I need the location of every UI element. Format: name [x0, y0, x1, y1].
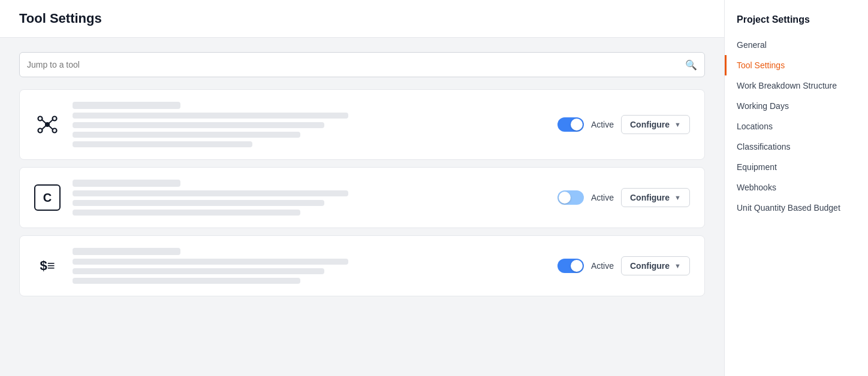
sidebar-item-label: Work Breakdown Structure — [737, 81, 837, 90]
skeleton — [73, 113, 348, 119]
skeleton — [73, 190, 348, 196]
skeleton — [73, 268, 324, 274]
search-icon: 🔍 — [685, 59, 697, 71]
tool-icon-cube: C — [34, 184, 61, 211]
tool-actions-2: Active Configure ▼ — [557, 188, 690, 207]
content-area: 🔍 — [0, 38, 724, 318]
svg-line-5 — [42, 120, 46, 124]
page-title: Tool Settings — [19, 11, 705, 26]
chevron-down-icon: ▼ — [674, 121, 681, 128]
sidebar-title: Project Settings — [725, 14, 868, 35]
sidebar-item-wbs[interactable]: Work Breakdown Structure — [725, 75, 868, 96]
tool-info-2 — [73, 180, 545, 216]
search-input[interactable] — [27, 60, 685, 69]
sidebar-item-label: Equipment — [737, 162, 777, 172]
sidebar-item-webhooks[interactable]: Webhooks — [725, 177, 868, 198]
tool-actions-3: Active Configure ▼ — [557, 256, 690, 275]
active-label-3: Active — [591, 261, 614, 271]
sidebar-item-label: Working Days — [737, 101, 789, 111]
sidebar-item-label: Unit Quantity Based Budget — [737, 203, 840, 213]
tool-icon-network — [34, 111, 61, 138]
tool-info-3 — [73, 248, 545, 284]
tool-info-1 — [73, 102, 545, 147]
svg-line-7 — [42, 126, 46, 130]
skeleton — [73, 122, 324, 128]
tool-card: $≡ Active Configure ▼ — [19, 235, 705, 296]
sidebar-item-classifications[interactable]: Classifications — [725, 137, 868, 157]
sidebar-item-label: Locations — [737, 122, 773, 131]
active-label-2: Active — [591, 193, 614, 202]
skeleton — [73, 102, 180, 109]
toggle-1[interactable] — [557, 117, 584, 132]
skeleton — [73, 141, 252, 147]
sidebar-item-label: General — [737, 40, 767, 50]
tool-actions-1: Active Configure ▼ — [557, 115, 690, 134]
skeleton — [73, 200, 324, 206]
svg-line-6 — [49, 120, 53, 124]
sidebar-item-general[interactable]: General — [725, 35, 868, 55]
sidebar-item-tool-settings[interactable]: Tool Settings — [725, 55, 868, 75]
sidebar-item-locations[interactable]: Locations — [725, 116, 868, 137]
search-bar: 🔍 — [19, 52, 705, 77]
tool-card: C Active Configure ▼ — [19, 167, 705, 228]
skeleton — [73, 248, 180, 255]
skeleton — [73, 278, 300, 284]
sidebar-item-equipment[interactable]: Equipment — [725, 157, 868, 177]
skeleton — [73, 180, 180, 187]
skeleton — [73, 132, 300, 138]
sidebar-item-label: Classifications — [737, 142, 790, 151]
tool-icon-dollar: $≡ — [34, 253, 61, 279]
svg-line-8 — [49, 126, 53, 130]
toggle-3[interactable] — [557, 259, 584, 273]
skeleton — [73, 210, 300, 216]
configure-button-1[interactable]: Configure ▼ — [621, 115, 690, 134]
active-label-1: Active — [591, 120, 614, 129]
chevron-down-icon: ▼ — [674, 194, 681, 201]
sidebar-item-label: Webhooks — [737, 183, 776, 192]
sidebar: Project Settings General Tool Settings W… — [724, 0, 868, 376]
configure-button-3[interactable]: Configure ▼ — [621, 256, 690, 275]
page-header: Tool Settings — [0, 0, 724, 38]
sidebar-item-label: Tool Settings — [737, 60, 785, 70]
toggle-2[interactable] — [557, 190, 584, 205]
skeleton — [73, 259, 348, 265]
sidebar-item-uqbb[interactable]: Unit Quantity Based Budget — [725, 198, 868, 218]
tool-card: Active Configure ▼ — [19, 89, 705, 160]
main-content: Tool Settings 🔍 — [0, 0, 724, 376]
chevron-down-icon: ▼ — [674, 262, 681, 269]
configure-button-2[interactable]: Configure ▼ — [621, 188, 690, 207]
sidebar-item-working-days[interactable]: Working Days — [725, 96, 868, 116]
